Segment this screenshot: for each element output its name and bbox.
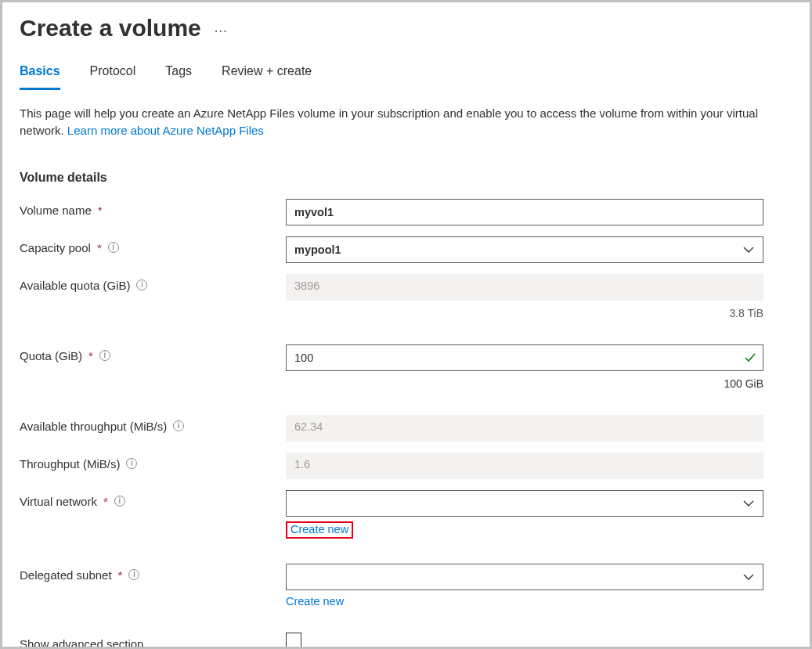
required-marker: * xyxy=(97,241,102,254)
row-volume-name: Volume name * xyxy=(20,199,792,225)
info-icon[interactable]: i xyxy=(136,279,147,290)
required-marker: * xyxy=(98,204,103,217)
create-new-vnet-link[interactable]: Create new xyxy=(291,523,348,535)
row-show-advanced: Show advanced section xyxy=(20,633,792,650)
available-quota-readonly: 3896 xyxy=(286,274,763,301)
info-icon[interactable]: i xyxy=(114,496,125,507)
info-icon[interactable]: i xyxy=(99,350,110,361)
chevron-down-icon xyxy=(742,243,755,256)
page-title: Create a volume xyxy=(20,15,201,41)
chevron-down-icon xyxy=(742,497,755,510)
row-available-quota: Available quota (GiB) i 3896 3.8 TiB xyxy=(20,274,792,319)
quota-input[interactable] xyxy=(286,344,763,371)
label-capacity-pool: Capacity pool xyxy=(20,241,91,254)
required-marker: * xyxy=(103,495,108,508)
capacity-pool-value: mypool1 xyxy=(294,243,341,256)
required-marker: * xyxy=(118,568,123,582)
row-virtual-network: Virtual network * i Create new xyxy=(20,490,792,539)
more-actions-button[interactable]: … xyxy=(214,20,230,36)
create-volume-panel: Create a volume … Basics Protocol Tags R… xyxy=(0,0,812,649)
available-quota-readable: 3.8 TiB xyxy=(286,307,763,319)
intro-text: This page will help you create an Azure … xyxy=(20,105,787,139)
label-virtual-network: Virtual network xyxy=(20,495,97,508)
info-icon[interactable]: i xyxy=(108,242,119,253)
label-available-quota: Available quota (GiB) xyxy=(20,279,130,292)
quota-readable: 100 GiB xyxy=(286,377,763,390)
checkmark-icon xyxy=(743,351,757,365)
row-capacity-pool: Capacity pool * i mypool1 xyxy=(20,236,792,263)
available-throughput-readonly: 62.34 xyxy=(286,415,763,442)
info-icon[interactable]: i xyxy=(128,569,139,580)
capacity-pool-select[interactable]: mypool1 xyxy=(286,236,763,263)
row-delegated-subnet: Delegated subnet * i Create new xyxy=(20,564,792,608)
tab-review[interactable]: Review + create xyxy=(222,64,312,90)
tab-basics[interactable]: Basics xyxy=(20,64,60,90)
label-delegated-subnet: Delegated subnet xyxy=(20,568,112,582)
chevron-down-icon xyxy=(742,571,755,583)
delegated-subnet-select[interactable] xyxy=(286,564,763,590)
tabs: Basics Protocol Tags Review + create xyxy=(20,64,792,91)
show-advanced-checkbox[interactable] xyxy=(286,633,301,648)
volume-name-input[interactable] xyxy=(286,199,763,225)
row-quota: Quota (GiB) * i 100 GiB xyxy=(20,344,792,390)
throughput-readonly: 1.6 xyxy=(286,452,763,479)
info-icon[interactable]: i xyxy=(173,420,184,431)
label-throughput: Throughput (MiB/s) xyxy=(20,457,120,471)
row-throughput: Throughput (MiB/s) i 1.6 xyxy=(20,452,792,479)
row-available-throughput: Available throughput (MiB/s) i 62.34 xyxy=(20,415,792,442)
header: Create a volume … xyxy=(20,15,792,41)
label-quota: Quota (GiB) xyxy=(20,349,82,362)
label-available-throughput: Available throughput (MiB/s) xyxy=(20,420,167,433)
learn-more-link[interactable]: Learn more about Azure NetApp Files xyxy=(67,124,264,137)
label-volume-name: Volume name xyxy=(20,204,92,217)
virtual-network-select[interactable] xyxy=(286,490,763,517)
info-icon[interactable]: i xyxy=(126,458,137,469)
tab-tags[interactable]: Tags xyxy=(165,64,192,90)
create-new-subnet-link[interactable]: Create new xyxy=(286,595,344,608)
annotation-highlight: Create new xyxy=(286,521,353,539)
tab-protocol[interactable]: Protocol xyxy=(90,64,136,90)
label-show-advanced: Show advanced section xyxy=(20,637,143,650)
required-marker: * xyxy=(88,349,93,362)
section-volume-details: Volume details xyxy=(20,171,792,185)
